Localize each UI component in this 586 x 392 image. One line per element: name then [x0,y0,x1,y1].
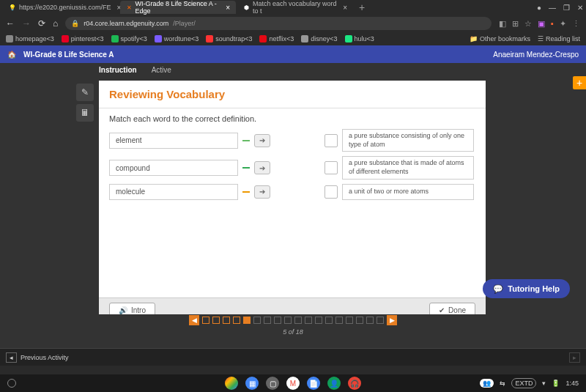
maximize-icon[interactable]: ❐ [563,4,570,12]
ext-icon[interactable]: ▣ [538,19,545,29]
bookmark-item[interactable]: spotify<3 [111,35,147,42]
menu-icon[interactable]: ⋮ [572,19,580,29]
check-icon: ✔ [439,306,445,314]
classroom-icon[interactable]: 👤 [327,377,341,390]
progress-step-current[interactable] [243,317,251,324]
ext-icon[interactable]: ⊞ [512,19,519,29]
next-activity-button[interactable]: ▸ [569,352,580,363]
bookmark-item[interactable]: disney<3 [301,35,337,42]
drop-target[interactable] [324,161,338,174]
lesson-instructions: Match each word to the correct definitio… [99,108,486,129]
app-icon[interactable]: ▢ [266,377,279,390]
drop-target[interactable] [324,185,338,199]
reload-button[interactable]: ⟳ [38,18,45,29]
tray-icon[interactable]: ⇆ [500,380,505,387]
home-button[interactable]: ⌂ [53,18,58,29]
progress-step[interactable] [233,317,240,324]
definition-box[interactable]: a unit of two or more atoms [342,184,474,200]
progress-step[interactable] [346,317,353,324]
progress-step[interactable] [202,317,209,324]
arrow-button[interactable]: ➔ [254,134,270,147]
tab-instruction[interactable]: Instruction [99,66,137,74]
chrome-icon[interactable] [225,377,238,390]
url-bar[interactable]: 🔒 r04.core.learn.edgenuity.com/Player/ [65,17,492,30]
match-row: element ➔ a pure substance consisting of… [109,129,475,152]
reading-list[interactable]: ☰Reading list [538,35,580,42]
drop-target[interactable] [324,134,338,147]
close-window-icon[interactable]: ✕ [577,4,583,12]
progress-step[interactable] [325,317,333,324]
progress-next[interactable]: ▶ [387,315,397,325]
record-icon[interactable]: ● [537,4,541,12]
bookmark-item[interactable]: homepage<3 [6,35,54,42]
bookmark-item[interactable]: pinterest<3 [62,35,104,42]
browser-tab[interactable]: ⬢ Match each vocabulary word to t × [237,1,353,14]
browser-tab-active[interactable]: ✕ WI-Grade 8 Life Science A - Edge × [120,1,236,14]
star-icon[interactable]: ☆ [524,19,532,29]
add-button[interactable]: + [573,76,586,89]
definition-box[interactable]: a pure substance that is made of atoms o… [342,156,474,179]
lightbulb-icon: 💡 [9,4,16,11]
app-icon[interactable]: 🎧 [348,377,361,390]
progress-step[interactable] [356,317,363,324]
puzzle-icon[interactable]: ✦ [560,19,566,29]
connector-line [242,140,250,141]
ext-icon[interactable]: ▪ [551,19,554,29]
vocab-word[interactable]: element [109,133,238,149]
new-tab-button[interactable]: + [355,1,369,13]
lesson-panel: Reviewing Vocabulary Match each word to … [99,81,486,322]
progress-step[interactable] [253,317,261,324]
bookmarks-bar: homepage<3 pinterest<3 spotify<3 wordtun… [0,32,586,45]
progress-step[interactable] [223,317,230,324]
progress-step[interactable] [335,317,343,324]
bookmark-item[interactable]: soundtrap<3 [206,35,252,42]
progress-step[interactable] [315,317,322,324]
wifi-icon[interactable]: ▾ [542,380,546,387]
arrow-button[interactable]: ➔ [254,161,270,174]
tutoring-label: Tutoring Help [508,284,560,293]
home-icon[interactable]: 🏠 [7,51,16,59]
progress-step[interactable] [284,317,292,324]
progress-step[interactable] [212,317,220,324]
progress-step[interactable] [274,317,281,324]
close-icon[interactable]: × [226,4,230,12]
progress-step[interactable] [377,317,384,324]
battery-icon[interactable]: 🔋 [552,380,560,387]
minimize-icon[interactable]: — [549,4,556,12]
previous-activity-button[interactable]: ◂ Previous Activity [6,352,69,363]
pencil-tool[interactable]: ✎ [76,84,94,101]
ext-icon[interactable]: ◧ [499,19,506,29]
tutoring-help-button[interactable]: 💬 Tutoring Help [483,279,570,298]
back-button[interactable]: ← [6,18,15,29]
arrow-button[interactable]: ➔ [254,185,270,199]
progress-step[interactable] [305,317,312,324]
progress-step[interactable] [366,317,374,324]
bookmark-item[interactable]: netflix<3 [259,35,294,42]
lesson-title: Reviewing Vocabulary [99,81,486,108]
bookmark-item[interactable]: hulu<3 [345,35,374,42]
launcher-button[interactable] [7,379,16,388]
progress-prev[interactable]: ◀ [189,315,199,325]
vocab-word[interactable]: compound [109,160,238,176]
taskbar-apps: ▦ ▢ M 📄 👤 🎧 [225,377,361,390]
definition-box[interactable]: a pure substance consisting of only one … [342,129,474,152]
side-tools: ✎ 🖩 [76,84,94,122]
forward-button[interactable]: → [22,18,31,29]
tray-icon[interactable]: 👥 [480,379,494,388]
calculator-tool[interactable]: 🖩 [76,104,94,122]
progress-step[interactable] [294,317,302,324]
progress-strip: ◀ ▶ [0,314,586,326]
vocab-word[interactable]: molecule [109,184,238,200]
bookmark-item[interactable]: wordtune<3 [155,35,199,42]
browser-tab[interactable]: 💡 https://e2020.geniussis.com/FE × [3,1,119,14]
docs-icon[interactable]: 📄 [307,377,320,390]
gmail-icon[interactable]: M [286,377,300,390]
tab-active[interactable]: Active [152,66,171,74]
close-icon[interactable]: × [343,4,347,12]
other-bookmarks[interactable]: 📁Other bookmarks [470,35,530,42]
clock[interactable]: 1:45 [565,380,579,387]
progress-step[interactable] [264,317,271,324]
speaker-icon: 🔊 [119,306,127,314]
app-icon[interactable]: ▦ [245,377,259,390]
extd-indicator[interactable]: EXTD [511,378,536,388]
